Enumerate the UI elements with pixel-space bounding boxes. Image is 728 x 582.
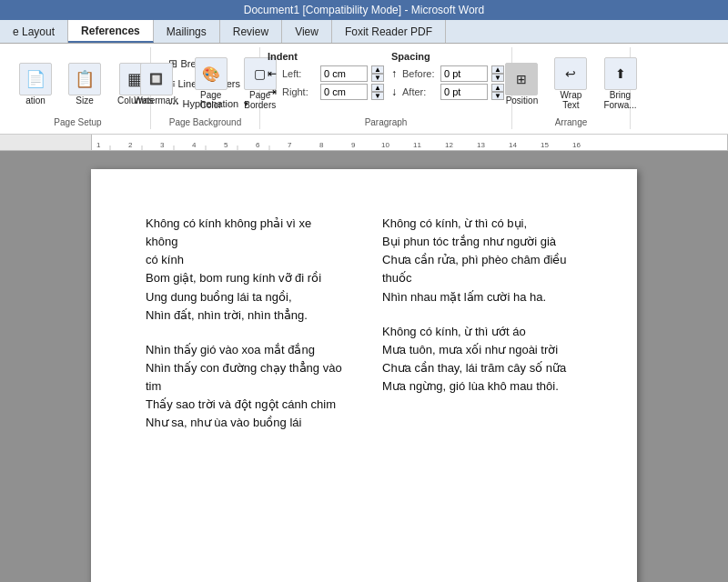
indent-left-up[interactable]: ▲ bbox=[371, 65, 384, 74]
spacing-after-row: ↓ After: ▲ ▼ bbox=[391, 84, 504, 100]
poem-line: Không có kính, ừ thì ướt áo bbox=[382, 323, 582, 341]
svg-text:11: 11 bbox=[413, 141, 421, 149]
indent-right-spinner[interactable]: ▲ ▼ bbox=[371, 84, 384, 100]
tab-references[interactable]: References bbox=[68, 20, 154, 43]
poem-line: Bom giật, bom rung kính vỡ đi rồi bbox=[146, 269, 346, 287]
indent-group: Indent ⇤ Left: ▲ ▼ ⇥ Right: ▲ ▼ bbox=[268, 51, 384, 100]
size-button[interactable]: 📋 Size bbox=[62, 51, 107, 116]
poem-line: Chưa cần thay, lái trăm cây số nữa bbox=[382, 359, 582, 377]
poem-line: Nhìn đất, nhìn trời, nhìn thẳng. bbox=[146, 306, 346, 325]
poem-stanza: Không có kính, ừ thì có bụi,Bụi phun tóc… bbox=[382, 215, 582, 306]
poem-line: Mưa ngừng, gió lùa khô mau thôi. bbox=[382, 377, 582, 396]
poem-line: Bụi phun tóc trắng như người già bbox=[382, 233, 582, 251]
arrange-group-label: Arrange bbox=[512, 117, 630, 127]
poem-line: Ung dung buồng lái ta ngồi, bbox=[146, 288, 346, 306]
page-background-group-label: Page Background bbox=[151, 117, 259, 127]
ribbon-group-arrange: ⊞ Position ↩ Wrap Text ⬆ Bring Forwa... … bbox=[512, 47, 631, 129]
tab-view[interactable]: View bbox=[282, 20, 332, 43]
svg-text:15: 15 bbox=[541, 141, 549, 149]
orientation-button[interactable]: 📄 ation bbox=[13, 51, 58, 116]
spacing-before-label: Before: bbox=[402, 68, 437, 79]
svg-text:4: 4 bbox=[192, 141, 197, 149]
watermark-button[interactable]: 🔲 Watermark bbox=[127, 51, 185, 116]
title-bar: Document1 [Compatibility Mode] - Microso… bbox=[0, 0, 728, 20]
size-icon: 📋 bbox=[68, 63, 101, 95]
tab-page-layout[interactable]: e Layout bbox=[0, 20, 68, 43]
indent-right-label: Right: bbox=[282, 86, 317, 97]
spacing-after-label: After: bbox=[402, 86, 437, 97]
indent-left-label: Left: bbox=[282, 68, 317, 79]
bring-forward-button[interactable]: ⬆ Bring Forwa... bbox=[597, 51, 642, 116]
indent-left-spinner[interactable]: ▲ ▼ bbox=[371, 65, 384, 82]
spacing-title: Spacing bbox=[391, 51, 504, 62]
poem-line: Thấy sao trời và đột ngột cánh chim bbox=[146, 396, 346, 414]
spacing-before-row: ↑ Before: ▲ ▼ bbox=[391, 65, 504, 82]
tab-mailings[interactable]: Mailings bbox=[154, 20, 220, 43]
ruler-inner: 1 2 3 4 5 6 7 8 9 10 11 12 13 14 15 16 bbox=[91, 135, 728, 150]
svg-text:16: 16 bbox=[572, 141, 581, 149]
document-area: Không có kính không phải vì xe khôngcó k… bbox=[0, 151, 728, 582]
document-page[interactable]: Không có kính không phải vì xe khôngcó k… bbox=[91, 169, 637, 582]
poem-line: Không có kính, ừ thì có bụi, bbox=[382, 215, 582, 233]
page-color-icon: 🎨 bbox=[195, 57, 228, 90]
poem-stanza: Không có kính không phải vì xe khôngcó k… bbox=[146, 215, 346, 325]
svg-text:12: 12 bbox=[445, 141, 453, 149]
indent-right-input[interactable] bbox=[320, 84, 368, 100]
svg-text:1: 1 bbox=[96, 141, 101, 149]
poem-left-column: Không có kính không phải vì xe khôngcó k… bbox=[146, 215, 346, 449]
svg-text:3: 3 bbox=[160, 141, 165, 149]
poem-container: Không có kính không phải vì xe khôngcó k… bbox=[146, 215, 582, 449]
title-text: Document1 [Compatibility Mode] - Microso… bbox=[244, 4, 485, 16]
ribbon: 📄 ation 📋 Size ▦ Columns ⊞ bbox=[0, 44, 728, 135]
indent-right-down[interactable]: ▼ bbox=[371, 92, 384, 100]
position-button[interactable]: ⊞ Position bbox=[499, 51, 544, 116]
position-icon: ⊞ bbox=[505, 63, 538, 95]
svg-text:2: 2 bbox=[128, 141, 133, 149]
poem-line: Nhìn thấy gió vào xoa mắt đắng bbox=[146, 341, 346, 359]
indent-left-down[interactable]: ▼ bbox=[371, 74, 384, 82]
svg-text:14: 14 bbox=[509, 141, 517, 149]
indent-left-row: ⇤ Left: ▲ ▼ bbox=[268, 65, 384, 82]
indent-right-row: ⇥ Right: ▲ ▼ bbox=[268, 84, 384, 100]
svg-text:5: 5 bbox=[224, 141, 228, 149]
poem-line: Nhìn thấy con đường chạy thẳng vào tim bbox=[146, 359, 346, 396]
wrap-text-button[interactable]: ↩ Wrap Text bbox=[548, 51, 593, 116]
indent-right-up[interactable]: ▲ bbox=[371, 84, 384, 92]
ribbon-group-paragraph: Indent ⇤ Left: ▲ ▼ ⇥ Right: ▲ ▼ bbox=[260, 47, 512, 129]
indent-title: Indent bbox=[268, 51, 384, 62]
spacing-group: Spacing ↑ Before: ▲ ▼ ↓ After: ▲ ▼ bbox=[391, 51, 504, 100]
poem-stanza: Nhìn thấy gió vào xoa mắt đắngNhìn thấy … bbox=[146, 341, 346, 433]
spacing-after-input[interactable] bbox=[440, 84, 488, 100]
poem-right-column: Không có kính, ừ thì có bụi,Bụi phun tóc… bbox=[382, 215, 582, 449]
svg-text:8: 8 bbox=[319, 141, 324, 149]
ribbon-group-page-background: 🔲 Watermark 🎨 Page Color ▢ Page Borders … bbox=[151, 47, 260, 129]
poem-line: Như sa, như ùa vào buồng lái bbox=[146, 414, 346, 432]
poem-line: Không có kính không phải vì xe không bbox=[146, 215, 346, 251]
svg-text:10: 10 bbox=[381, 141, 389, 149]
poem-stanza: Không có kính, ừ thì ướt áoMưa tuôn, mưa… bbox=[382, 323, 582, 396]
spacing-before-input[interactable] bbox=[440, 65, 488, 82]
page-color-button[interactable]: 🎨 Page Color bbox=[188, 51, 234, 116]
poem-line: Chưa cần rửa, phì phèo châm điều thuốc bbox=[382, 251, 582, 287]
svg-text:13: 13 bbox=[477, 141, 485, 149]
indent-left-input[interactable] bbox=[320, 65, 368, 82]
svg-text:6: 6 bbox=[256, 141, 260, 149]
svg-text:7: 7 bbox=[288, 141, 292, 149]
poem-line: có kính bbox=[146, 251, 346, 269]
poem-line: Mưa tuôn, mưa xối như ngoài trời bbox=[382, 341, 582, 359]
wrap-text-icon: ↩ bbox=[554, 57, 587, 90]
svg-text:9: 9 bbox=[351, 141, 356, 149]
ruler-ticks: 1 2 3 4 5 6 7 8 9 10 11 12 13 14 15 16 bbox=[92, 135, 727, 151]
bring-forward-icon: ⬆ bbox=[604, 57, 637, 90]
poem-line: Nhìn nhau mặt lấm cười ha ha. bbox=[382, 288, 582, 306]
paragraph-group-label: Paragraph bbox=[260, 117, 511, 127]
tab-foxit[interactable]: Foxit Reader PDF bbox=[332, 20, 446, 43]
orientation-icon: 📄 bbox=[19, 63, 52, 95]
watermark-icon: 🔲 bbox=[140, 63, 173, 95]
tab-review[interactable]: Review bbox=[220, 20, 282, 43]
ruler: 1 2 3 4 5 6 7 8 9 10 11 12 13 14 15 16 bbox=[0, 135, 728, 151]
tab-bar: e Layout References Mailings Review View… bbox=[0, 20, 728, 44]
